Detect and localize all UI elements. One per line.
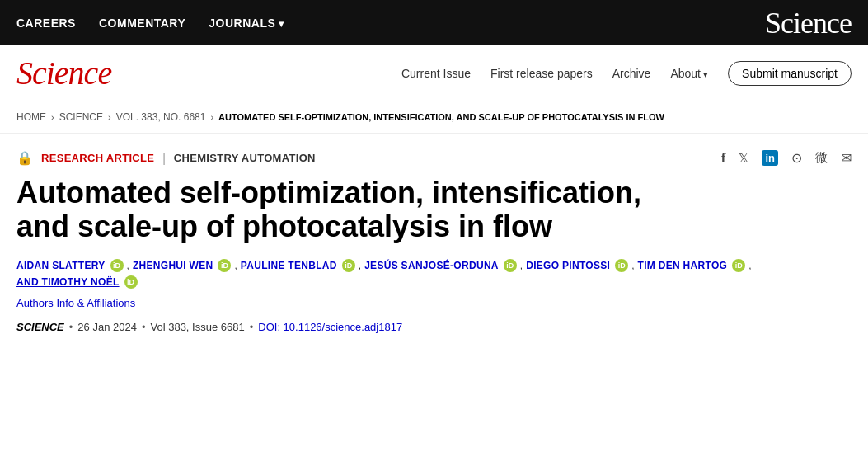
author-wen[interactable]: ZHENGHUI WEN <box>133 260 213 271</box>
author-noel[interactable]: AND TIMOTHY NOËL <box>16 276 120 288</box>
reddit-icon[interactable]: ⊙ <box>791 150 802 166</box>
orcid-sanjose[interactable]: iD <box>504 259 517 272</box>
nav-item-journals[interactable]: JOURNALS <box>209 16 284 30</box>
nav-item-commentary[interactable]: COMMENTARY <box>99 16 185 30</box>
citation-volume: Vol 383, Issue 6681 <box>151 321 245 333</box>
social-icons: f 𝕏 in ⊙ 微 ✉ <box>721 150 852 166</box>
author-sep-3: , <box>359 260 361 271</box>
author-sep-6: , <box>748 260 751 271</box>
authors-info-link[interactable]: Authors Info & Affiliations <box>16 297 135 309</box>
author-sep-5: , <box>631 260 634 271</box>
citation-journal: SCIENCE <box>16 321 64 333</box>
orcid-slattery[interactable]: iD <box>110 259 124 272</box>
author-sanjose[interactable]: JESÚS SANJOSÉ-ORDUNA <box>364 260 499 271</box>
research-article-tag: RESEARCH ARTICLE <box>41 152 154 164</box>
orcid-pintossi[interactable]: iD <box>615 259 628 272</box>
breadcrumb: HOME › SCIENCE › VOL. 383, NO. 6681 › AU… <box>0 101 868 134</box>
tag-divider: | <box>162 152 166 165</box>
top-nav-logo: Science <box>765 6 852 40</box>
citation-row: SCIENCE • 26 Jan 2024 • Vol 383, Issue 6… <box>16 321 852 333</box>
breadcrumb-sep-1: › <box>51 112 54 122</box>
author-slattery[interactable]: AIDAN SLATTERY <box>16 260 106 271</box>
breadcrumb-science[interactable]: SCIENCE <box>59 111 103 123</box>
nav-archive[interactable]: Archive <box>612 67 651 80</box>
orcid-noel[interactable]: iD <box>124 275 138 289</box>
citation-date: 26 Jan 2024 <box>77 321 137 333</box>
breadcrumb-sep-3: › <box>210 112 213 122</box>
breadcrumb-sep-2: › <box>108 112 111 122</box>
author-tenblad[interactable]: PAULINE TENBLAD <box>241 260 337 271</box>
science-logo[interactable]: Science <box>16 54 111 92</box>
orcid-denhartog[interactable]: iD <box>732 259 745 272</box>
secondary-nav: Current Issue First release papers Archi… <box>401 61 852 86</box>
twitter-icon[interactable]: 𝕏 <box>739 151 748 166</box>
article-meta-row: 🔒 RESEARCH ARTICLE | CHEMISTRY AUTOMATIO… <box>16 150 852 166</box>
citation-dot-1: • <box>69 321 73 333</box>
lock-icon: 🔒 <box>16 150 33 166</box>
author-pintossi[interactable]: DIEGO PINTOSSI <box>526 260 610 271</box>
breadcrumb-home[interactable]: HOME <box>16 111 46 123</box>
breadcrumb-volume[interactable]: VOL. 383, NO. 6681 <box>116 111 206 123</box>
nav-about[interactable]: About <box>670 67 708 80</box>
article-tags: 🔒 RESEARCH ARTICLE | CHEMISTRY AUTOMATIO… <box>16 150 316 166</box>
orcid-wen[interactable]: iD <box>218 259 231 272</box>
breadcrumb-article: AUTOMATED SELF-OPTIMIZATION, INTENSIFICA… <box>218 112 664 122</box>
citation-dot-2: • <box>142 321 146 333</box>
author-denhartog[interactable]: TIM DEN HARTOG <box>638 260 728 271</box>
email-icon[interactable]: ✉ <box>841 150 852 166</box>
article-title: Automated self-optimization, intensifica… <box>16 176 692 244</box>
top-nav-left: CAREERS COMMENTARY JOURNALS <box>16 16 284 30</box>
facebook-icon[interactable]: f <box>721 151 725 166</box>
wechat-icon[interactable]: 微 <box>815 150 828 166</box>
top-navbar: CAREERS COMMENTARY JOURNALS Science <box>0 0 868 45</box>
submit-manuscript-button[interactable]: Submit manuscript <box>728 61 852 86</box>
orcid-tenblad[interactable]: iD <box>342 259 355 272</box>
citation-doi[interactable]: DOI: 10.1126/science.adj1817 <box>258 321 402 333</box>
nav-item-careers[interactable]: CAREERS <box>16 16 76 30</box>
citation-dot-3: • <box>250 321 254 333</box>
linkedin-icon[interactable]: in <box>762 150 778 166</box>
authors-row: AIDAN SLATTERYiD , ZHENGHUI WENiD , PAUL… <box>16 259 852 289</box>
author-sep-2: , <box>234 260 237 271</box>
article-area: 🔒 RESEARCH ARTICLE | CHEMISTRY AUTOMATIO… <box>0 134 868 341</box>
nav-current-issue[interactable]: Current Issue <box>401 67 471 80</box>
author-sep-1: , <box>127 260 129 271</box>
author-sep-4: , <box>520 260 523 271</box>
secondary-header: Science Current Issue First release pape… <box>0 45 868 101</box>
category-tag: CHEMISTRY AUTOMATION <box>174 152 316 164</box>
nav-first-release[interactable]: First release papers <box>490 67 593 80</box>
